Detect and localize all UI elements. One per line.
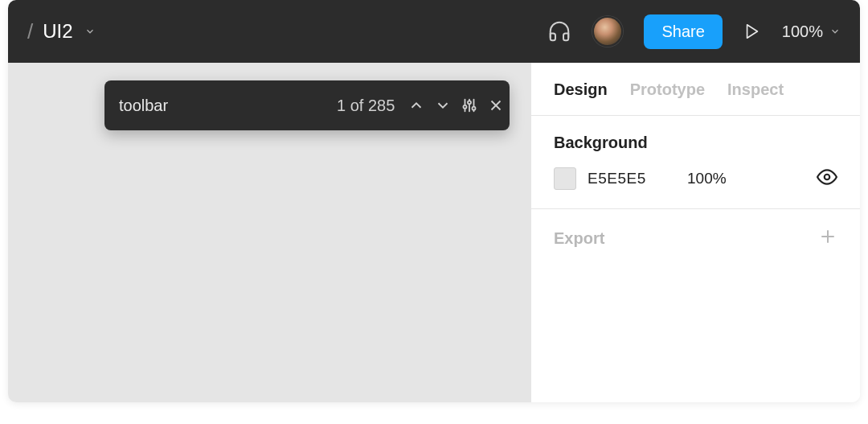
file-title: UI2 bbox=[43, 20, 72, 43]
headphones-icon[interactable] bbox=[547, 19, 571, 43]
svg-marker-0 bbox=[747, 25, 757, 39]
add-export-button[interactable] bbox=[818, 227, 837, 249]
top-right-controls: Share 100% bbox=[547, 14, 841, 49]
tab-design[interactable]: Design bbox=[554, 80, 608, 99]
avatar[interactable] bbox=[592, 16, 623, 47]
main-area: 1 of 285 bbox=[8, 63, 860, 402]
tab-prototype[interactable]: Prototype bbox=[630, 80, 705, 99]
background-hex-value[interactable]: E5E5E5 bbox=[588, 170, 660, 187]
search-close-button[interactable] bbox=[483, 80, 510, 130]
chevron-down-icon bbox=[84, 26, 96, 37]
file-title-dropdown[interactable]: / UI2 bbox=[27, 19, 96, 44]
search-result-count: 1 of 285 bbox=[337, 97, 395, 115]
export-section-title: Export bbox=[554, 229, 604, 248]
top-bar: / UI2 Share 100% bbox=[8, 0, 860, 63]
canvas[interactable]: 1 of 285 bbox=[8, 63, 530, 402]
chevron-down-icon bbox=[829, 23, 841, 41]
svg-point-9 bbox=[825, 175, 830, 180]
breadcrumb-separator-icon: / bbox=[27, 19, 33, 44]
background-color-swatch[interactable] bbox=[554, 167, 576, 190]
visibility-toggle-button[interactable] bbox=[817, 167, 837, 191]
play-icon[interactable] bbox=[743, 23, 761, 40]
svg-point-4 bbox=[464, 105, 467, 109]
properties-panel: Design Prototype Inspect Background E5E5… bbox=[530, 63, 860, 402]
search-input[interactable] bbox=[104, 80, 337, 130]
background-section: Background E5E5E5 100% bbox=[531, 116, 860, 209]
export-section: Export bbox=[531, 209, 860, 267]
panel-tabs: Design Prototype Inspect bbox=[531, 63, 860, 116]
share-button[interactable]: Share bbox=[644, 14, 722, 49]
background-opacity-value[interactable]: 100% bbox=[687, 170, 727, 187]
zoom-dropdown[interactable]: 100% bbox=[782, 23, 841, 41]
background-section-title: Background bbox=[554, 134, 837, 152]
search-next-button[interactable] bbox=[429, 80, 456, 130]
svg-point-6 bbox=[473, 107, 476, 110]
tab-inspect[interactable]: Inspect bbox=[727, 80, 784, 99]
app-window: / UI2 Share 100% bbox=[8, 0, 860, 402]
zoom-value: 100% bbox=[782, 23, 823, 41]
background-row: E5E5E5 100% bbox=[554, 167, 837, 191]
search-prev-button[interactable] bbox=[403, 80, 429, 130]
search-settings-button[interactable] bbox=[457, 80, 483, 130]
svg-point-5 bbox=[468, 101, 471, 104]
search-bar: 1 of 285 bbox=[104, 80, 510, 130]
